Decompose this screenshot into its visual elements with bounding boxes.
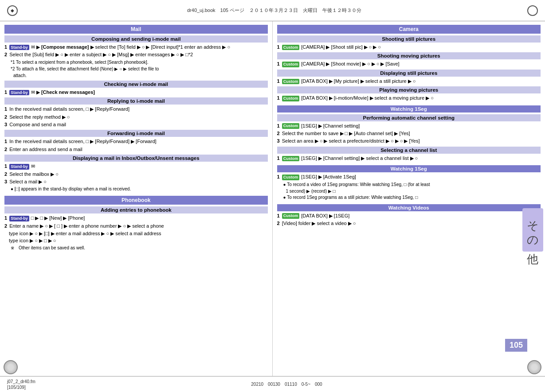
auto-channel-header: Performing automatic channel setting (277, 114, 541, 121)
custom-badge-1: Custom (282, 45, 300, 50)
standby-badge: Stand-by (9, 45, 29, 50)
shoot-still-step-1: 1 Custom [CAMERA] ▶ [Shoot still pic] ▶ … (277, 44, 541, 50)
custom-badge-2: Custom (282, 62, 300, 67)
custom-badge-7: Custom (282, 175, 300, 180)
auto-channel-step-1: 1 Custom [1SEG] ▶ [Channel setting] (277, 123, 541, 129)
display-step-2: 2 Select the mailbox ▶ ○ (4, 171, 268, 178)
custom-badge-8: Custom (282, 213, 300, 219)
1seg-note-2: ● To record 1Seg programs as a still pic… (277, 194, 541, 201)
displaying-mail-header: Displaying a mail in Inbox/Outbox/Unsent… (4, 155, 268, 162)
phonebook-note: ※ Other items can be saved as well. (4, 245, 268, 251)
watching-1seg-header-2: Watching 1Seg (277, 165, 541, 172)
forward-step-2: 2 Enter an address and send a mail (4, 146, 268, 153)
display-step-3: 3 Select a mail ▶ ○ (4, 179, 268, 185)
standby-badge-check: Stand-by (9, 90, 29, 96)
composing-header: Composing and sending i-mode mail (4, 35, 268, 43)
reply-step-3: 3 Compose and send a mail (4, 121, 268, 128)
footer-line2: [105/109] (7, 384, 35, 390)
footer-bar: j07_2_dr40.fm [105/109] 20210 00130 0111… (0, 376, 545, 392)
reply-step-2: 2 Select the reply method ▶ ○ (4, 114, 268, 120)
footer-center: 20210 00130 01110 0-5~ 000 (35, 381, 538, 388)
display-step-1: 1 Stand-by ✉ (4, 163, 268, 170)
1seg-note-1b: 1 second) ▶ (record) ▶ □ (277, 188, 541, 194)
forwarding-header: Forwarding i-mode mail (4, 130, 268, 137)
step-num-2: 2 (4, 52, 7, 57)
header-corner-right (527, 5, 538, 16)
side-label-container: その他 (522, 110, 543, 349)
footer-left: j07_2_dr40.fm [105/109] (7, 379, 35, 390)
phonebook-step-2b: type icon ▶ ○ ▶ [□] ▶ enter a mail addre… (4, 230, 268, 237)
phonebook-section-header: Phonebook (4, 196, 268, 205)
play-movie-step-1: 1 Custom [DATA BOX] ▶ [i-motion/Movie] ▶… (277, 95, 541, 101)
phonebook-step-2: 2 Enter a name ▶ ○ ▶ [ □ ] ▶ enter a pho… (4, 223, 268, 229)
custom-badge-4: Custom (282, 96, 300, 101)
shoot-still-header: Shooting still pictures (277, 35, 541, 43)
main-content: Mail Composing and sending i-mode mail 1… (0, 21, 545, 376)
auto-channel-step-3: 3 Select an area ▶ ○ ▶ select a prefectu… (277, 138, 541, 144)
display-still-step-1: 1 Custom [DATA BOX] ▶ [My picture] ▶ sel… (277, 78, 541, 85)
phonebook-step-1: 1 Stand-by □ ▶ □ ▶ [New] ▶ [Phone] (4, 215, 268, 221)
custom-badge-6: Custom (282, 156, 300, 162)
side-label: その他 (522, 208, 543, 252)
phonebook-step-2c: type icon ▶ ○ ▶ □ ▶ ○ (4, 237, 268, 244)
display-note: ● [□] appears in the stand-by display wh… (4, 186, 268, 192)
phonebook-add-header: Adding entries to phonebook (4, 206, 268, 213)
activate-1seg-step-1: 1 Custom [1SEG] ▶ [Activate 1Seg] (277, 174, 541, 180)
custom-badge-3: Custom (282, 79, 300, 85)
watching-1seg-header: Watching 1Seg (277, 105, 541, 113)
compose-note-2: *2 To attach a file, select the attachme… (4, 66, 268, 72)
header-bar: ◆ dr40_uj.book 105 ページ ２０１０年３月２３日 火曜日 午後… (0, 0, 545, 21)
channel-list-header: Selecting a channel list (277, 147, 541, 154)
compose-step-2: 2 Select the [Sub] field ▶ ○ ▶ enter a s… (4, 51, 268, 58)
compose-step-1: 1 Stand-by ✉ ▶ [Compose message] ▶ selec… (4, 44, 268, 50)
camera-section-header: Camera (277, 25, 541, 34)
left-column: Mail Composing and sending i-mode mail 1… (0, 21, 273, 376)
display-still-header: Displaying still pictures (277, 70, 541, 77)
play-movie-header: Playing moving pictures (277, 86, 541, 93)
forward-step-1: 1 In the received mail details screen, □… (4, 138, 268, 145)
check-step-1: 1 Stand-by ✉ ▶ [Check new messages] (4, 89, 268, 96)
shoot-movie-step-1: 1 Custom [CAMERA] ▶ [Shoot movie] ▶ ○ ▶ … (277, 61, 541, 67)
header-info: dr40_uj.book 105 ページ ２０１０年３月２３日 火曜日 午後１２… (21, 7, 527, 14)
standby-badge-phonebook: Stand-by (9, 216, 29, 221)
channel-list-step-1: 1 Custom [1SEG] ▶ [Channel setting] ▶ se… (277, 155, 541, 162)
step-num: 1 (4, 44, 7, 50)
reply-step-1: 1 In the received mail details screen, □… (4, 106, 268, 113)
shoot-movie-header: Shooting moving pictures (277, 52, 541, 59)
page-number: 105 (505, 339, 527, 352)
compose-note-1: *1 To select a recipient from a phoneboo… (4, 59, 268, 66)
mail-section-header: Mail (4, 25, 268, 34)
replying-header: Replying to i-mode mail (4, 97, 268, 105)
watching-videos-header: Watching Videos (277, 204, 541, 211)
checking-header: Checking new i-mode mail (4, 81, 268, 88)
1seg-note-1: ● To record a video of 1Seg programs: Wh… (277, 182, 541, 188)
standby-badge-display: Stand-by (9, 164, 29, 170)
header-corner-mark: ◆ (7, 5, 18, 16)
compose-note-2b: attach. (4, 73, 268, 79)
videos-step-1: 1 Custom [DATA BOX] ▶ [1SEG] (277, 213, 541, 219)
videos-step-2: 2 [Video] folder ▶ select a video ▶ ○ (277, 220, 541, 227)
auto-channel-step-2: 2 Select the number to save ▶ □ ▶ [Auto … (277, 130, 541, 137)
right-column: Camera Shooting still pictures 1 Custom … (273, 21, 545, 376)
footer-line1: j07_2_dr40.fm (7, 379, 35, 384)
custom-badge-5: Custom (282, 123, 300, 129)
